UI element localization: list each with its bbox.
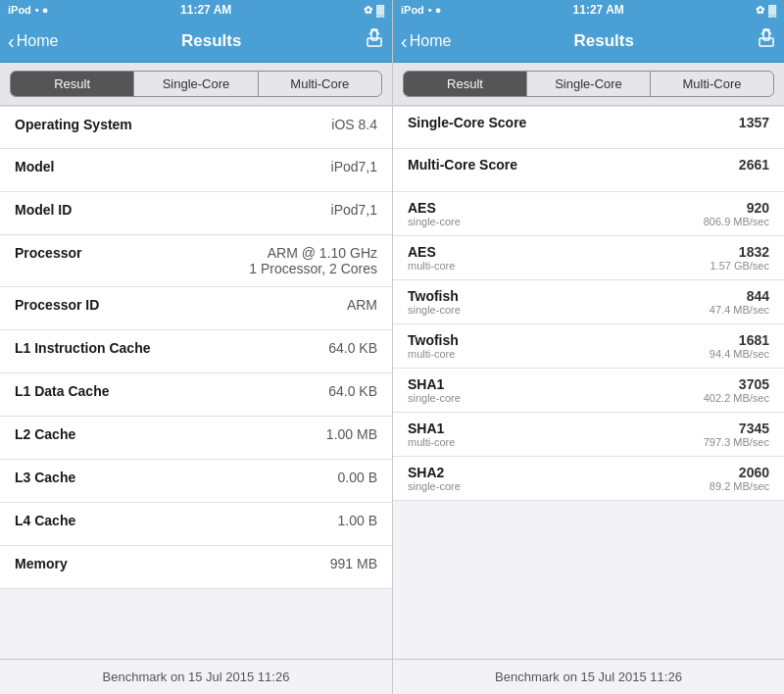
right-share-button[interactable]	[757, 28, 776, 53]
row-value: 0.00 B	[338, 470, 377, 485]
score-value-sub: 1.57 GB/sec	[710, 260, 769, 272]
table-row: Model ID iPod7,1	[0, 192, 392, 235]
score-value-wrap: 1832 1.57 GB/sec	[710, 244, 769, 272]
right-tab-multi-core[interactable]: Multi-Core	[651, 72, 773, 96]
right-tab-result[interactable]: Result	[404, 72, 527, 96]
left-bluetooth-icon: ✿	[364, 4, 372, 17]
score-label-wrap: SHA1 single-core	[408, 376, 461, 404]
score-label-wrap: Multi-Core Score	[408, 157, 517, 173]
left-segment-bar: Result Single-Core Multi-Core	[0, 63, 392, 106]
right-back-label: Home	[410, 32, 452, 50]
left-wifi-icon: • ●	[35, 4, 49, 16]
score-label-wrap: Single-Core Score	[408, 115, 526, 130]
right-tab-single-core[interactable]: Single-Core	[527, 72, 651, 96]
score-label-main: SHA2	[408, 465, 461, 480]
score-label-wrap: Twofish multi-core	[408, 332, 459, 360]
score-label-sub: single-core	[408, 392, 461, 404]
left-tab-result[interactable]: Result	[11, 72, 134, 96]
row-label: L4 Cache	[15, 513, 338, 528]
score-label-sub: multi-core	[408, 348, 459, 360]
right-device-label: iPod	[401, 4, 424, 16]
left-back-button[interactable]: ‹ Home	[8, 31, 58, 51]
score-row-sha1-multi: SHA1 multi-core 7345 797.3 MB/sec	[393, 413, 784, 457]
svg-rect-3	[760, 38, 773, 46]
score-row-twofish-single: Twofish single-core 844 47.4 MB/sec	[393, 280, 784, 324]
right-status-left: iPod • ●	[401, 4, 441, 16]
score-value-wrap: 2661	[739, 157, 769, 173]
row-label: L1 Data Cache	[15, 383, 328, 399]
score-label-wrap: Twofish single-core	[408, 288, 461, 316]
right-back-button[interactable]: ‹ Home	[401, 31, 451, 51]
left-tab-single-core[interactable]: Single-Core	[134, 72, 258, 96]
score-value-main: 3705	[739, 376, 769, 392]
row-value: iPod7,1	[331, 202, 377, 218]
score-value-wrap: 3705 402.2 MB/sec	[704, 376, 769, 404]
right-wifi-icon: • ●	[428, 4, 442, 16]
score-row-aes-multi: AES multi-core 1832 1.57 GB/sec	[393, 236, 784, 280]
left-nav-title: Results	[181, 31, 241, 51]
row-value: 64.0 KB	[328, 383, 377, 399]
score-value-wrap: 920 806.9 MB/sec	[704, 200, 769, 227]
table-row: Memory 991 MB	[0, 546, 392, 589]
score-label-main: Single-Core Score	[408, 115, 526, 130]
score-value-wrap: 844 47.4 MB/sec	[710, 288, 769, 316]
row-value: 1.00 MB	[326, 426, 377, 442]
score-row-single-core-score: Single-Core Score 1357	[393, 106, 784, 149]
left-status-left: iPod • ●	[8, 4, 48, 16]
right-battery-icon: ▓	[768, 4, 776, 16]
score-value-sub: 89.2 MB/sec	[710, 480, 769, 492]
right-footer: Benchmark on 15 Jul 2015 11:26	[393, 659, 784, 694]
score-label-sub: multi-core	[408, 260, 455, 272]
row-label: Processor ID	[15, 297, 347, 313]
right-content: Single-Core Score 1357 Multi-Core Score …	[393, 106, 784, 659]
score-value-sub: 94.4 MB/sec	[710, 348, 769, 360]
score-label-main: Multi-Core Score	[408, 157, 517, 173]
left-back-label: Home	[17, 32, 59, 50]
score-label-sub: single-core	[408, 480, 461, 492]
score-label-wrap: SHA2 single-core	[408, 465, 461, 492]
left-status-bar: iPod • ● 11:27 AM ✿ ▓	[0, 0, 392, 20]
row-label: L2 Cache	[15, 426, 326, 442]
row-value: 64.0 KB	[328, 340, 377, 356]
score-label-main: Twofish	[408, 332, 459, 348]
score-value-main: 7345	[739, 421, 769, 436]
table-row: Processor ID ARM	[0, 287, 392, 330]
score-value-wrap: 7345 797.3 MB/sec	[704, 421, 769, 448]
table-row: Processor ARM @ 1.10 GHz1 Processor, 2 C…	[0, 235, 392, 287]
left-status-right: ✿ ▓	[364, 4, 384, 17]
left-nav-bar: ‹ Home Results	[0, 20, 392, 63]
score-label-sub: multi-core	[408, 436, 455, 448]
score-row-multi-core-score: Multi-Core Score 2661	[393, 149, 784, 192]
row-label: Model ID	[15, 202, 331, 218]
score-label-main: AES	[408, 244, 455, 260]
row-label: L3 Cache	[15, 470, 338, 485]
left-footer: Benchmark on 15 Jul 2015 11:26	[0, 659, 392, 694]
svg-rect-1	[368, 38, 381, 46]
score-row-aes-single: AES single-core 920 806.9 MB/sec	[393, 192, 784, 236]
score-label-wrap: SHA1 multi-core	[408, 421, 455, 448]
row-value: 991 MB	[330, 556, 377, 571]
score-value-sub: 806.9 MB/sec	[704, 216, 769, 227]
left-tab-multi-core[interactable]: Multi-Core	[259, 72, 381, 96]
row-label: L1 Instruction Cache	[15, 340, 328, 356]
score-value-sub: 47.4 MB/sec	[710, 304, 769, 316]
right-bluetooth-icon: ✿	[756, 4, 764, 17]
score-value-main: 2060	[739, 465, 769, 480]
row-label: Operating System	[15, 117, 331, 132]
row-value: ARM	[347, 297, 377, 313]
right-status-right: ✿ ▓	[756, 4, 776, 17]
right-footer-text: Benchmark on 15 Jul 2015 11:26	[495, 669, 682, 684]
left-share-button[interactable]	[365, 28, 384, 53]
table-row: Model iPod7,1	[0, 149, 392, 192]
right-segment-control: Result Single-Core Multi-Core	[403, 71, 774, 97]
left-panel: iPod • ● 11:27 AM ✿ ▓ ‹ Home Results Res…	[0, 0, 392, 694]
row-label: Processor	[15, 245, 249, 261]
right-nav-title: Results	[573, 31, 633, 51]
score-value-sub: 797.3 MB/sec	[704, 436, 769, 448]
score-label-main: SHA1	[408, 376, 461, 392]
score-value-main: 2661	[739, 157, 769, 173]
left-device-label: iPod	[8, 4, 31, 16]
score-row-sha1-single: SHA1 single-core 3705 402.2 MB/sec	[393, 369, 784, 413]
left-battery-icon: ▓	[376, 4, 384, 16]
right-panel: iPod • ● 11:27 AM ✿ ▓ ‹ Home Results Res…	[392, 0, 784, 694]
